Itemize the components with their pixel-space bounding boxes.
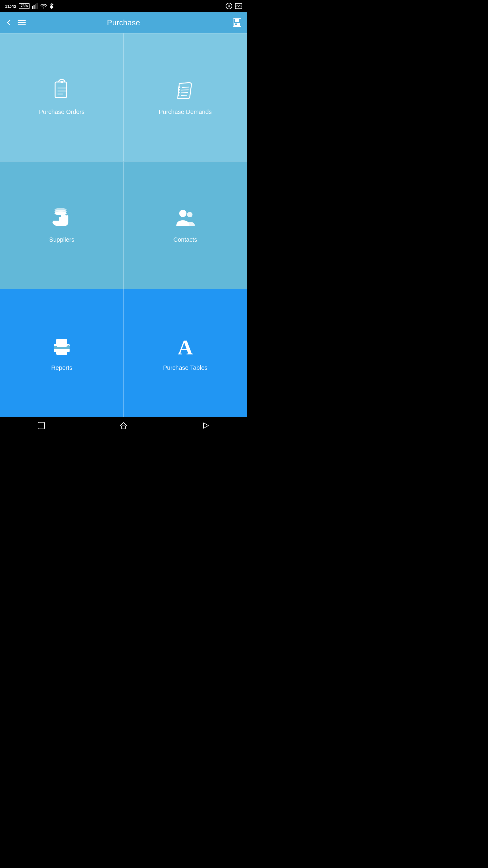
suppliers-icon: [50, 207, 74, 231]
svg-rect-36: [56, 349, 67, 355]
svg-point-32: [179, 210, 187, 217]
svg-line-21: [182, 87, 189, 87]
svg-rect-41: [38, 422, 44, 429]
download-icon: ⬇: [225, 2, 233, 10]
nav-square-button[interactable]: [37, 422, 45, 430]
svg-point-31: [55, 208, 67, 212]
svg-point-27: [178, 92, 180, 93]
contacts-label: Contacts: [173, 236, 197, 243]
svg-point-39: [67, 345, 69, 347]
save-button[interactable]: [233, 18, 241, 27]
nav-home-button[interactable]: [120, 422, 127, 430]
nav-bar-left: [5, 19, 26, 26]
image-icon: [235, 3, 242, 9]
status-left: 11:42 78%: [5, 3, 54, 9]
svg-rect-16: [55, 82, 67, 98]
purchase-orders-label: Purchase Orders: [39, 108, 84, 116]
page-title: Purchase: [107, 18, 140, 27]
svg-point-28: [178, 94, 180, 96]
svg-point-26: [178, 89, 180, 90]
svg-line-24: [181, 95, 187, 96]
svg-rect-13: [235, 19, 239, 22]
battery-indicator: 78%: [19, 3, 30, 9]
signal-icon: [32, 3, 38, 9]
purchase-orders-icon: [50, 79, 74, 103]
nav-bar: Purchase: [0, 12, 247, 33]
contacts-icon: [173, 207, 197, 231]
suppliers-cell[interactable]: Suppliers: [0, 161, 124, 289]
bluetooth-icon: [50, 3, 54, 9]
purchase-tables-icon: A: [173, 335, 197, 359]
back-button[interactable]: [5, 19, 13, 26]
svg-point-17: [61, 81, 63, 83]
suppliers-label: Suppliers: [49, 236, 74, 243]
svg-rect-35: [56, 339, 67, 345]
reports-label: Reports: [51, 364, 72, 371]
svg-rect-1: [33, 5, 35, 9]
nav-back-button[interactable]: [202, 422, 210, 430]
contacts-cell[interactable]: Contacts: [124, 161, 247, 289]
svg-rect-42: [122, 426, 125, 429]
svg-rect-0: [32, 6, 33, 9]
svg-point-33: [187, 212, 193, 217]
status-bar: 11:42 78% ⬇: [0, 0, 247, 12]
purchase-demands-cell[interactable]: Purchase Demands: [124, 33, 247, 161]
svg-rect-3: [36, 3, 38, 9]
reports-cell[interactable]: Reports: [0, 289, 124, 417]
purchase-tables-cell[interactable]: A Purchase Tables: [124, 289, 247, 417]
purchase-orders-cell[interactable]: Purchase Orders: [0, 33, 124, 161]
wifi-icon: [40, 4, 47, 8]
svg-rect-15: [235, 24, 237, 25]
svg-rect-38: [57, 346, 67, 347]
purchase-demands-icon: [173, 79, 197, 103]
reports-icon: [50, 335, 74, 359]
svg-rect-2: [35, 4, 36, 9]
svg-point-25: [179, 86, 181, 88]
purchase-tables-label: Purchase Tables: [163, 364, 207, 371]
menu-button[interactable]: [18, 19, 26, 26]
purchase-demands-label: Purchase Demands: [159, 108, 212, 116]
main-grid: Purchase Orders Purchase Demands: [0, 33, 247, 417]
time-display: 11:42: [5, 4, 16, 9]
svg-text:⬇: ⬇: [227, 4, 230, 8]
svg-marker-43: [204, 423, 208, 428]
status-right: ⬇: [225, 2, 242, 10]
svg-text:A: A: [178, 336, 193, 359]
bottom-nav: [0, 417, 247, 434]
